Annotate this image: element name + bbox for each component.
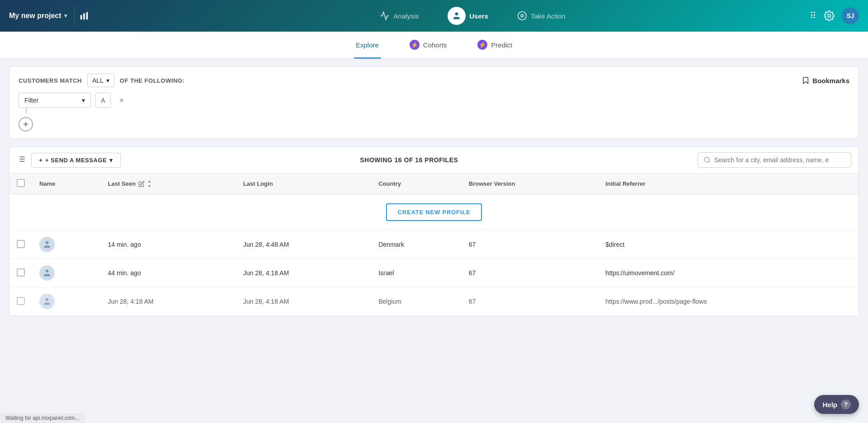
settings-icon[interactable] <box>824 10 835 21</box>
select-all-checkbox[interactable] <box>17 179 25 187</box>
filter-bar: CUSTOMERS MATCH ALL ▾ OF THE FOLLOWING: … <box>9 66 859 139</box>
sub-navigation: Explore ⚡ Cohorts ⚡ Predict <box>0 32 868 59</box>
status-bar: Waiting for api.mixpanel.com... <box>0 413 85 423</box>
svg-point-17 <box>46 298 49 301</box>
tab-cohorts-label: Cohorts <box>423 41 447 49</box>
bookmarks-label: Bookmarks <box>812 77 849 85</box>
last-seen-cell: 14 min. ago <box>101 230 236 259</box>
browser-version-column-header[interactable]: Browser Version <box>462 174 599 194</box>
user-avatar[interactable]: SJ <box>842 7 859 24</box>
sort-arrows-icon[interactable]: ▲ ▼ <box>147 179 151 188</box>
filter-row: Filter ▾ A × <box>19 93 849 108</box>
name-cell[interactable] <box>32 287 101 316</box>
create-new-profile-button[interactable]: CREATE NEW PROFILE <box>386 203 482 221</box>
tab-predict-label: Predict <box>491 41 512 49</box>
send-message-label: + SEND A MESSAGE <box>45 157 107 164</box>
nav-left: My new project ▾ <box>9 6 136 26</box>
match-select[interactable]: ALL ▾ <box>87 74 114 87</box>
table-body: CREATE NEW PROFILE <box>9 194 859 316</box>
send-message-button[interactable]: + + SEND A MESSAGE ▾ <box>31 153 121 168</box>
top-navigation: My new project ▾ Analysis <box>0 0 868 32</box>
edit-icon <box>138 181 145 187</box>
initial-referrer-cell: https://www.prod.../posts/page-flows <box>598 287 859 316</box>
svg-point-6 <box>828 14 830 17</box>
svg-point-3 <box>455 13 458 16</box>
profiles-table: Name Last Seen ▲ ▼ <box>9 174 859 316</box>
filter-chevron-icon: ▾ <box>82 97 85 104</box>
row-checkbox[interactable] <box>17 297 25 305</box>
initial-referrer-column-header[interactable]: Initial Referrer <box>598 174 859 194</box>
create-profile-label: CREATE NEW PROFILE <box>398 209 471 216</box>
svg-point-5 <box>521 14 524 17</box>
last-seen-column-header[interactable]: Last Seen ▲ ▼ <box>101 174 236 194</box>
customers-match-label: CUSTOMERS MATCH <box>19 77 82 84</box>
nav-item-users[interactable]: Users <box>442 3 494 28</box>
browser-version-cell: 67 <box>462 230 599 259</box>
name-cell[interactable] <box>32 230 101 259</box>
main-content: CUSTOMERS MATCH ALL ▾ OF THE FOLLOWING: … <box>0 59 868 324</box>
close-icon: × <box>119 96 124 105</box>
nav-item-analysis[interactable]: Analysis <box>374 7 424 24</box>
svg-line-14 <box>708 161 710 163</box>
browser-version-cell: 67 <box>462 287 599 316</box>
filter-dropdown[interactable]: Filter ▾ <box>19 93 91 108</box>
name-cell[interactable] <box>32 259 101 287</box>
tab-predict[interactable]: ⚡ Predict <box>476 32 514 59</box>
grid-icon[interactable]: ⠿ <box>810 10 816 21</box>
bookmark-icon <box>802 76 810 85</box>
browser-version-cell: 67 <box>462 259 599 287</box>
last-login-column-header[interactable]: Last Login <box>236 174 371 194</box>
svg-rect-2 <box>86 12 88 20</box>
nav-bar-chart-icon[interactable] <box>74 6 94 26</box>
showing-label: SHOWING 16 OF 16 PROFILES <box>126 156 692 164</box>
bookmarks-button[interactable]: Bookmarks <box>802 76 849 85</box>
country-cell: Belgium <box>371 287 462 316</box>
of-following-label: OF THE FOLLOWING: <box>120 77 185 84</box>
nav-item-take-action[interactable]: Take Action <box>512 7 571 24</box>
table-row: 14 min. ago Jun 28, 4:48 AM Denmark 67 $… <box>9 230 859 259</box>
match-chevron-icon: ▾ <box>106 77 109 84</box>
nav-analysis-label: Analysis <box>393 12 419 20</box>
last-login-cell: Jun 28, 4:18 AM <box>236 259 371 287</box>
search-input[interactable] <box>714 156 845 164</box>
nav-center: Analysis Users Take Action <box>136 3 810 28</box>
cohorts-icon: ⚡ <box>410 40 420 50</box>
table-row: 44 min. ago Jun 28, 4:18 AM Israel 67 ht… <box>9 259 859 287</box>
tab-explore[interactable]: Explore <box>354 32 381 59</box>
svg-point-15 <box>46 241 49 244</box>
nav-right: ⠿ SJ <box>810 7 859 24</box>
initial-referrer-cell: https://uimovement.com/ <box>598 259 859 287</box>
take-action-icon <box>517 11 527 21</box>
user-avatar-icon <box>39 294 55 309</box>
row-checkbox-cell <box>9 230 32 259</box>
filter-remove-button[interactable]: × <box>115 94 128 107</box>
project-name-label: My new project <box>9 12 61 20</box>
help-button[interactable]: Help ? <box>814 395 859 414</box>
last-login-cell: Jun 28, 4:48 AM <box>236 230 371 259</box>
tab-cohorts[interactable]: ⚡ Cohorts <box>408 32 449 59</box>
sort-icon[interactable] <box>17 155 26 166</box>
add-filter-icon: + <box>23 119 28 130</box>
match-selected-value: ALL <box>92 77 104 84</box>
name-column-header[interactable]: Name <box>32 174 101 194</box>
row-checkbox-cell <box>9 259 32 287</box>
user-avatar-icon <box>39 237 55 252</box>
country-column-header[interactable]: Country <box>371 174 462 194</box>
profiles-search-box[interactable] <box>698 152 851 168</box>
project-name[interactable]: My new project ▾ <box>9 12 67 20</box>
users-icon-circle <box>448 7 466 25</box>
predict-icon: ⚡ <box>477 40 487 50</box>
nav-users-label: Users <box>469 12 488 20</box>
add-filter-button[interactable]: + <box>19 117 33 132</box>
status-text: Waiting for api.mixpanel.com... <box>5 415 80 421</box>
row-checkbox[interactable] <box>17 240 25 248</box>
user-avatar-icon <box>39 265 55 281</box>
filter-placeholder-label: Filter <box>24 97 38 104</box>
filter-connector <box>26 108 27 113</box>
filter-type-button[interactable]: A <box>95 93 111 108</box>
country-cell: Denmark <box>371 230 462 259</box>
analysis-icon <box>380 11 390 21</box>
row-checkbox[interactable] <box>17 268 25 277</box>
nav-take-action-label: Take Action <box>531 12 566 20</box>
initial-referrer-cell: $direct <box>598 230 859 259</box>
